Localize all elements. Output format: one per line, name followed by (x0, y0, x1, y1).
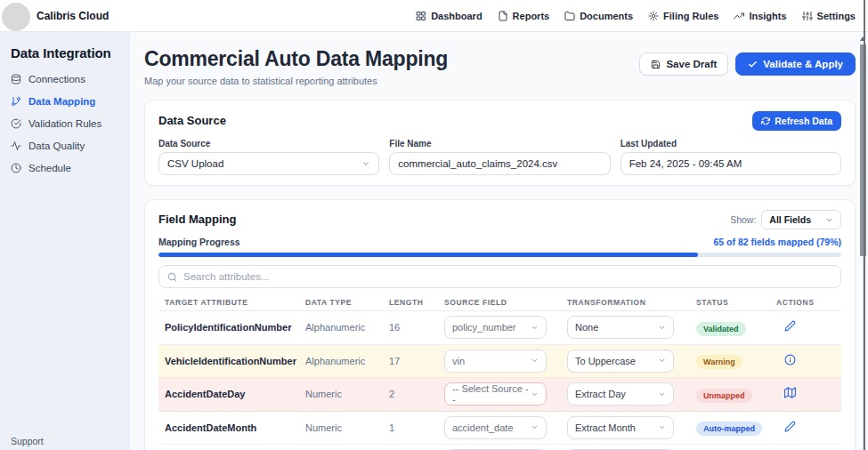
top-nav-settings[interactable]: Settings (802, 11, 856, 21)
transformation-select[interactable]: Extract Day (567, 382, 674, 406)
clock-icon (11, 163, 21, 173)
transformation-value: To Uppercase (575, 356, 636, 366)
table-row-accidentdateday: AccidentDateDayNumeric2-- Select Source … (158, 378, 841, 412)
attribute-search[interactable] (158, 265, 841, 288)
sidebar-item-data-quality[interactable]: Data Quality (11, 139, 119, 153)
mapping-progress-fill (158, 253, 698, 257)
save-draft-label: Save Draft (666, 59, 717, 69)
transformation-select[interactable]: None (567, 316, 674, 339)
status-badge: Auto-mapped (696, 422, 762, 436)
source-field-select[interactable]: accident_date (444, 416, 547, 439)
sidebar-item-label: Connections (28, 74, 85, 84)
save-draft-button[interactable]: Save Draft (639, 52, 728, 76)
scrollbar-thumb[interactable] (860, 44, 866, 256)
refresh-data-button[interactable]: Refresh Data (752, 111, 841, 131)
scrollbar-up-arrow[interactable] (860, 36, 865, 41)
transformation-select[interactable]: To Uppercase (567, 350, 674, 373)
length: 1 (389, 422, 444, 433)
sidebar-item-label: Validation Rules (28, 118, 101, 129)
pencil-action-button[interactable] (784, 320, 796, 332)
pencil-action-button[interactable] (784, 421, 796, 432)
status-badge: Validated (696, 322, 746, 336)
top-nav-label: Dashboard (431, 11, 482, 21)
source-field-select[interactable]: policy_number (444, 316, 547, 339)
chevron-down-icon (531, 324, 539, 332)
target-attribute: PolicyIdentificationNumber (165, 322, 305, 333)
sidebar: Data Integration ConnectionsData Mapping… (0, 32, 130, 450)
field-label: Data Source (158, 139, 379, 149)
table-row-vehicleidentificationnumber: VehicleIdentificationNumberAlphanumeric1… (158, 345, 841, 379)
git-branch-icon (11, 96, 21, 107)
sidebar-footer-support[interactable]: Support (11, 436, 44, 446)
scrollbar-track (863, 256, 864, 450)
top-nav-reports[interactable]: Reports (498, 11, 550, 21)
gear-icon (648, 11, 659, 21)
info-action-button[interactable] (784, 354, 796, 366)
data-source-select[interactable]: CSV Upload (158, 152, 379, 175)
top-nav-label: Documents (580, 11, 633, 21)
data-type: Alphanumeric (305, 322, 389, 333)
folder-icon (564, 11, 575, 21)
top-nav-documents[interactable]: Documents (564, 11, 633, 21)
sidebar-title: Data Integration (11, 45, 119, 60)
target-attribute: VehicleIdentificationNumber (165, 356, 305, 366)
page-title: Commercial Auto Data Mapping (144, 47, 448, 70)
save-icon (651, 60, 661, 69)
field-mapping-title: Field Mapping (158, 213, 236, 227)
field-mapping-card: Field Mapping Show: All Fields Mapping P… (144, 199, 856, 450)
table-row-policyidentificationnumber: PolicyIdentificationNumberAlphanumeric16… (158, 311, 841, 345)
sidebar-item-label: Schedule (28, 163, 71, 173)
check-circle-icon (11, 118, 21, 129)
chevron-down-icon (361, 159, 370, 168)
sidebar-item-data-mapping[interactable]: Data Mapping (11, 94, 119, 108)
show-filter-select[interactable]: All Fields (761, 210, 841, 229)
refresh-icon (761, 117, 770, 125)
attribute-search-input[interactable] (183, 271, 832, 282)
table-row-accidentdateyear: AccidentDateYearNumeric2accident_dateExt… (158, 445, 841, 450)
transformation-select[interactable]: Extract Month (567, 416, 674, 439)
pencil-icon (784, 320, 796, 332)
status-badge: Unmapped (696, 389, 752, 403)
column-header-source-field: SOURCE FIELD (444, 298, 567, 307)
chevron-down-icon (531, 390, 539, 398)
ds-field-data-source: Data SourceCSV Upload (158, 139, 379, 175)
top-nav-insights[interactable]: Insights (734, 11, 786, 21)
table-row-accidentdatemonth: AccidentDateMonthNumeric1accident_dateEx… (158, 412, 841, 446)
activity-icon (11, 141, 21, 151)
file-name-field[interactable]: commercial_auto_claims_2024.csv (389, 152, 610, 175)
vertical-scrollbar[interactable] (857, 32, 868, 450)
database-icon (11, 74, 21, 84)
length: 17 (389, 356, 444, 366)
top-nav-filing-rules[interactable]: Filing Rules (648, 11, 718, 21)
top-nav-label: Settings (817, 11, 856, 21)
validate-apply-button[interactable]: Validate & Apply (735, 52, 856, 76)
main-content: Commercial Auto Data Mapping Map your so… (130, 32, 868, 450)
source-field-select[interactable]: vin (444, 350, 547, 373)
top-nav-dashboard[interactable]: Dashboard (416, 11, 482, 21)
chevron-down-icon (658, 423, 666, 431)
source-field-select[interactable]: -- Select Source -- (444, 382, 547, 406)
column-header-data-type: DATA TYPE (305, 298, 389, 307)
target-attribute: AccidentDateMonth (165, 422, 305, 433)
data-type: Alphanumeric (305, 356, 389, 366)
sidebar-item-validation-rules[interactable]: Validation Rules (11, 117, 119, 131)
data-type: Numeric (305, 389, 389, 399)
info-icon (784, 354, 796, 366)
validate-apply-label: Validate & Apply (763, 59, 843, 69)
data-source-title: Data Source (158, 114, 226, 128)
mapping-progress-bar (158, 253, 841, 257)
column-header-transformation: TRANSFORMATION (567, 298, 696, 307)
chevron-down-icon (658, 390, 666, 398)
sliders-icon (802, 11, 813, 21)
ds-field-last-updated: Last UpdatedFeb 24, 2025 - 09:45 AM (621, 139, 841, 175)
last-updated-field[interactable]: Feb 24, 2025 - 09:45 AM (621, 152, 841, 175)
app-name: Calibris Cloud (37, 10, 109, 22)
sidebar-item-schedule[interactable]: Schedule (11, 161, 119, 175)
map-action-button[interactable] (784, 387, 796, 398)
data-source-card: Data Source Refresh Data Data SourceCSV … (144, 100, 856, 186)
sidebar-item-connections[interactable]: Connections (11, 72, 119, 86)
top-nav-label: Insights (749, 11, 786, 21)
chevron-down-icon (658, 324, 666, 332)
data-type: Numeric (305, 422, 389, 433)
chevron-down-icon (531, 423, 539, 431)
